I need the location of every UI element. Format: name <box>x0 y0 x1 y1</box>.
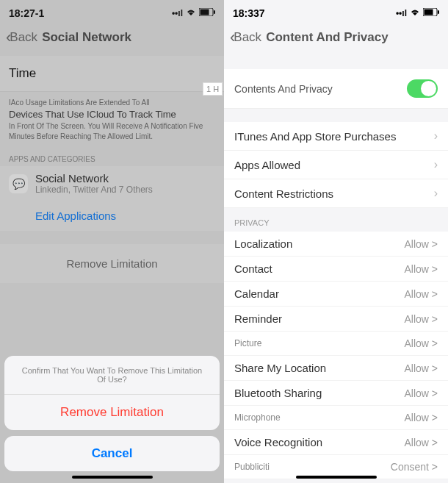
contents-privacy-toggle-row: Contents And Privacy <box>224 69 448 109</box>
nav-bar: ‹ Back Content And Privacy <box>224 24 448 56</box>
chevron-right-icon: › <box>434 129 438 143</box>
back-label: Back <box>10 30 37 45</box>
cancel-button[interactable]: Cancel <box>4 436 220 471</box>
privacy-item-value: Allow > <box>404 313 438 325</box>
status-bar: 18:27-1 ••ıl <box>0 0 224 24</box>
sheet-message: Confirm That You Want To Remove This Lim… <box>4 356 220 395</box>
privacy-item[interactable]: ContactAllow > <box>224 257 448 282</box>
home-indicator[interactable] <box>296 476 377 479</box>
app-subtitle: Linkedin, Twitter And 7 Others <box>35 185 153 195</box>
privacy-item-label: Calendar <box>234 287 279 300</box>
time-field[interactable]: Time <box>0 56 224 92</box>
privacy-item-label: Contact <box>234 262 272 275</box>
privacy-item-value: Consent > <box>391 461 438 473</box>
status-time: 18:337 <box>233 7 265 19</box>
privacy-item-value: Allow > <box>404 263 438 275</box>
home-indicator[interactable] <box>72 476 153 479</box>
privacy-item-label: Reminder <box>234 312 282 325</box>
apps-section-header: APPS AND CATEGORIES <box>0 148 224 166</box>
privacy-item[interactable]: Bluetooth SharingAllow > <box>224 381 448 406</box>
privacy-item[interactable]: MicrophoneAllow > <box>224 406 448 430</box>
status-icons: ••ıl <box>396 8 439 18</box>
privacy-item-label: Bluetooth Sharing <box>234 387 322 399</box>
back-label: Back <box>234 30 261 45</box>
page-title: Social Network <box>42 30 131 45</box>
remove-limitation-button[interactable]: Remove Limitation <box>4 395 220 430</box>
overlay-badge: 1 H <box>203 82 223 96</box>
privacy-item-label: Picture <box>234 338 261 348</box>
privacy-item-value: Allow > <box>404 362 438 374</box>
privacy-section-header: PRIVACY <box>224 208 448 232</box>
privacy-item-label: Localization <box>234 237 292 250</box>
battery-icon <box>199 8 215 18</box>
social-icon: 💬 <box>9 174 28 193</box>
toggle-label: Contents And Privacy <box>234 83 333 95</box>
wifi-icon <box>410 8 420 18</box>
privacy-item-value: Allow > <box>404 412 438 423</box>
privacy-item-value: Allow > <box>404 387 438 399</box>
svg-rect-5 <box>438 10 439 14</box>
privacy-item[interactable]: PictureAllow > <box>224 332 448 356</box>
back-button[interactable]: ‹ Back <box>230 28 261 47</box>
privacy-item-label: Microphone <box>234 412 281 423</box>
privacy-item[interactable]: Voice RecognitionAllow > <box>224 430 448 455</box>
privacy-item-label: Share My Location <box>234 362 326 374</box>
status-icons: ••ıl <box>172 8 215 18</box>
list-item[interactable]: Content Restrictions› <box>224 179 448 208</box>
page-title: Content And Privacy <box>266 30 389 45</box>
signal-icon: ••ıl <box>396 8 407 18</box>
privacy-item[interactable]: Share My LocationAllow > <box>224 356 448 381</box>
sheet-main-group: Confirm That You Want To Remove This Lim… <box>4 356 220 430</box>
back-button[interactable]: ‹ Back <box>6 28 37 47</box>
privacy-item-value: Allow > <box>404 437 438 448</box>
app-category-row[interactable]: 💬 Social Network Linkedin, Twitter And 7… <box>0 166 224 201</box>
privacy-item[interactable]: ReminderAllow > <box>224 307 448 332</box>
wifi-icon <box>186 8 196 18</box>
privacy-item-value: Allow > <box>404 337 438 349</box>
action-sheet: Confirm That You Want To Remove This Lim… <box>4 356 220 477</box>
privacy-item[interactable]: CalendarAllow > <box>224 282 448 307</box>
privacy-item-label: Pubbliciti <box>234 462 270 472</box>
svg-rect-1 <box>200 10 209 15</box>
chevron-right-icon: › <box>434 187 438 200</box>
right-phone: 18:337 ••ıl ‹ Back Content And Privacy C… <box>224 0 448 483</box>
battery-icon <box>423 8 439 18</box>
left-phone: 18:27-1 ••ıl ‹ Back Social Network Time … <box>0 0 224 483</box>
chevron-right-icon: › <box>434 158 438 171</box>
status-bar: 18:337 ••ıl <box>224 0 448 24</box>
privacy-item[interactable]: LocalizationAllow > <box>224 232 448 257</box>
privacy-item-label: Voice Recognition <box>234 436 322 448</box>
sheet-cancel-group: Cancel <box>4 436 220 471</box>
status-time: 18:27-1 <box>9 7 44 19</box>
list-item-label: ITunes And App Store Purchases <box>234 130 396 143</box>
list-item-label: Content Restrictions <box>234 187 333 200</box>
nav-bar: ‹ Back Social Network <box>0 24 224 56</box>
svg-rect-2 <box>214 10 215 14</box>
remove-limitation-row[interactable]: Remove Limitation <box>0 244 224 283</box>
list-item-label: Apps Allowed <box>234 159 300 171</box>
svg-rect-4 <box>424 10 433 15</box>
privacy-item-value: Allow > <box>404 288 438 300</box>
list-item[interactable]: Apps Allowed› <box>224 151 448 179</box>
privacy-item-value: Allow > <box>404 238 438 250</box>
description-text: IAco Usage Limitations Are Extended To A… <box>0 92 224 148</box>
contents-privacy-toggle[interactable] <box>407 79 438 98</box>
edit-applications-button[interactable]: Edit Applications <box>0 201 224 231</box>
list-item[interactable]: ITunes And App Store Purchases› <box>224 122 448 151</box>
signal-icon: ••ıl <box>172 8 183 18</box>
app-title: Social Network <box>35 172 153 185</box>
